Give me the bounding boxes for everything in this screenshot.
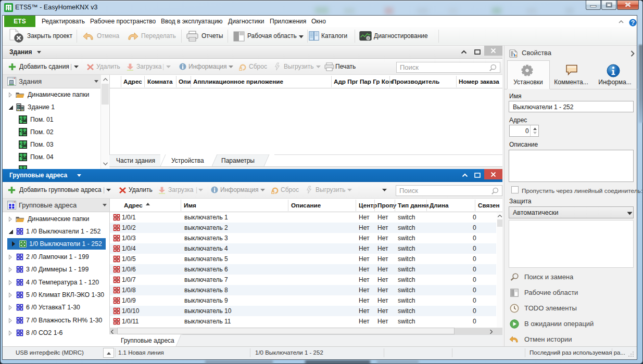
svg-text:?: ? <box>631 19 635 27</box>
